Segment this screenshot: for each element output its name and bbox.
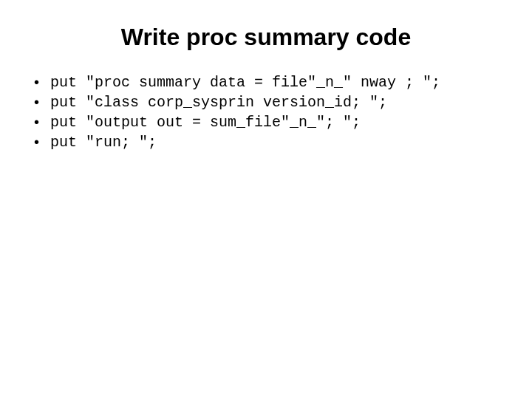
slide: Write proc summary code put "proc summar… xyxy=(0,0,532,151)
bullet-list: put "proc summary data = file"_n_" nway … xyxy=(34,73,511,151)
code-line: put "output out = sum_file"_n_"; "; xyxy=(50,114,361,131)
code-line: put "run; "; xyxy=(50,134,157,151)
list-item: put "proc summary data = file"_n_" nway … xyxy=(34,73,511,92)
code-line: put "class corp_sysprin version_id; "; xyxy=(50,94,387,111)
list-item: put "run; "; xyxy=(34,133,511,151)
page-title: Write proc summary code xyxy=(21,24,511,51)
list-item: put "output out = sum_file"_n_"; "; xyxy=(34,113,511,132)
list-item: put "class corp_sysprin version_id; "; xyxy=(34,93,511,112)
code-line: put "proc summary data = file"_n_" nway … xyxy=(50,74,440,91)
